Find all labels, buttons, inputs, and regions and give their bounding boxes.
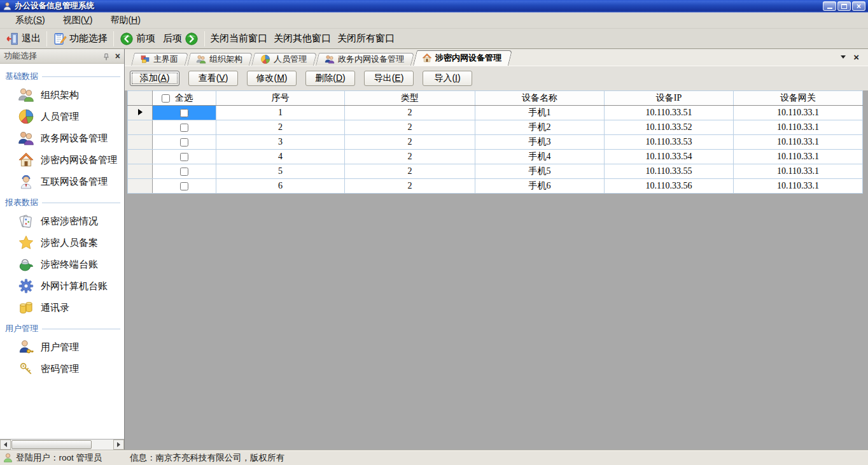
- cell[interactable]: 10.110.33.1: [734, 150, 863, 164]
- cell[interactable]: 1: [216, 106, 345, 120]
- cell[interactable]: 10.110.33.55: [605, 164, 734, 179]
- column-header-3[interactable]: 设备IP: [605, 91, 734, 106]
- sidebar-close-icon[interactable]: ×: [115, 52, 120, 61]
- tab-2[interactable]: 人员管理: [251, 53, 314, 66]
- sidebar-item[interactable]: 组织架构: [0, 84, 124, 106]
- close-other-windows-button[interactable]: 关闭其他窗口: [270, 31, 334, 46]
- select-all-header[interactable]: 全选: [153, 91, 216, 106]
- cell[interactable]: 10.110.33.1: [734, 164, 863, 179]
- cell[interactable]: 手机3: [475, 135, 605, 150]
- row-indicator-cell[interactable]: [128, 120, 153, 135]
- cell[interactable]: 10.110.33.53: [605, 135, 734, 150]
- tab-list-dropdown-icon[interactable]: [841, 55, 846, 59]
- cell[interactable]: 2: [345, 120, 475, 135]
- cell[interactable]: 10.110.33.52: [605, 120, 734, 135]
- row-checkbox[interactable]: [180, 182, 188, 190]
- row-checkbox[interactable]: [180, 124, 188, 132]
- cell[interactable]: 4: [216, 150, 345, 164]
- cell[interactable]: 手机2: [475, 120, 605, 135]
- cell[interactable]: 2: [345, 135, 475, 150]
- column-header-0[interactable]: 序号: [216, 91, 345, 106]
- sidebar-item[interactable]: 互联网设备管理: [0, 171, 124, 192]
- maximize-button[interactable]: [837, 1, 851, 11]
- row-indicator-cell[interactable]: [128, 179, 153, 194]
- cell[interactable]: 手机5: [475, 164, 605, 179]
- close-all-windows-button[interactable]: 关闭所有窗口: [334, 31, 398, 46]
- exit-button[interactable]: 退出: [1, 31, 45, 47]
- cell[interactable]: 10.110.33.51: [605, 106, 734, 120]
- close-button[interactable]: ×: [852, 1, 865, 11]
- pin-icon[interactable]: [102, 52, 110, 61]
- tab-close-icon[interactable]: ×: [853, 52, 859, 62]
- action-button-1[interactable]: 查看(V): [188, 71, 238, 86]
- select-all-checkbox[interactable]: [162, 94, 170, 103]
- column-header-2[interactable]: 设备名称: [475, 91, 605, 106]
- cell[interactable]: 10.110.33.56: [605, 179, 734, 194]
- sidebar-item[interactable]: 密码管理: [0, 358, 124, 380]
- row-select-cell[interactable]: [153, 106, 216, 120]
- function-select-button[interactable]: 功能选择: [49, 31, 111, 47]
- cell[interactable]: 2: [345, 150, 475, 164]
- cell[interactable]: 2: [345, 106, 475, 120]
- action-button-0[interactable]: 添加(A): [130, 71, 179, 86]
- menu-item-0[interactable]: 系统(S): [6, 13, 54, 28]
- column-header-4[interactable]: 设备网关: [734, 91, 863, 106]
- sidebar-item[interactable]: 外网计算机台账: [0, 275, 124, 297]
- cell[interactable]: 3: [216, 135, 345, 150]
- sidebar-item[interactable]: 人员管理: [0, 106, 124, 127]
- tab-3[interactable]: 政务内网设备管理: [316, 53, 411, 66]
- cell[interactable]: 手机6: [475, 179, 605, 194]
- menu-item-1[interactable]: 视图(V): [54, 13, 102, 28]
- action-button-4[interactable]: 导出(E): [364, 71, 414, 86]
- cell[interactable]: 5: [216, 164, 345, 179]
- sidebar-item[interactable]: 涉密人员备案: [0, 232, 124, 254]
- sidebar-item[interactable]: 涉密内网设备管理: [0, 149, 124, 171]
- menu-item-2[interactable]: 帮助(H): [101, 13, 149, 28]
- scroll-right-button[interactable]: [113, 440, 124, 450]
- next-button[interactable]: 后项: [159, 31, 202, 47]
- column-header-1[interactable]: 类型: [345, 91, 475, 106]
- cell[interactable]: 10.110.33.1: [734, 135, 863, 150]
- scrollbar-track[interactable]: [11, 440, 113, 450]
- row-checkbox[interactable]: [180, 138, 188, 147]
- row-select-cell[interactable]: [153, 135, 216, 150]
- cell[interactable]: 手机1: [475, 106, 605, 120]
- tab-4[interactable]: 涉密内网设备管理: [413, 50, 508, 66]
- sidebar-item[interactable]: 政务网设备管理: [0, 127, 124, 149]
- prev-button[interactable]: 前项: [116, 31, 159, 47]
- tab-0[interactable]: 主界面: [131, 53, 185, 66]
- minimize-button[interactable]: [823, 1, 836, 11]
- cell[interactable]: 10.110.33.54: [605, 150, 734, 164]
- row-indicator-cell[interactable]: [128, 164, 153, 179]
- cell[interactable]: 10.110.33.1: [734, 120, 863, 135]
- row-indicator-cell[interactable]: [128, 150, 153, 164]
- row-select-cell[interactable]: [153, 120, 216, 135]
- row-select-cell[interactable]: [153, 179, 216, 194]
- scroll-left-button[interactable]: [0, 440, 11, 450]
- cell[interactable]: 手机4: [475, 150, 605, 164]
- cell[interactable]: 2: [345, 179, 475, 194]
- sidebar-item[interactable]: 涉密终端台账: [0, 254, 124, 275]
- cell[interactable]: 2: [216, 120, 345, 135]
- action-button-5[interactable]: 导入(I): [423, 71, 472, 86]
- sidebar-horizontal-scrollbar[interactable]: [0, 439, 124, 450]
- row-select-cell[interactable]: [153, 150, 216, 164]
- row-indicator-cell[interactable]: [128, 135, 153, 150]
- sidebar-item[interactable]: 通讯录: [0, 297, 124, 318]
- sidebar-item[interactable]: 保密涉密情况: [0, 210, 124, 232]
- scrollbar-thumb[interactable]: [11, 440, 92, 449]
- row-checkbox[interactable]: [180, 109, 188, 117]
- action-button-3[interactable]: 删除(D): [305, 71, 355, 86]
- row-checkbox[interactable]: [180, 168, 188, 176]
- cell[interactable]: 6: [216, 179, 345, 194]
- cell[interactable]: 10.110.33.1: [734, 179, 863, 194]
- action-button-2[interactable]: 修改(M): [247, 71, 297, 86]
- sidebar-item[interactable]: 用户管理: [0, 336, 124, 358]
- row-indicator-cell[interactable]: [128, 106, 153, 120]
- row-checkbox[interactable]: [180, 153, 188, 161]
- cell[interactable]: 2: [345, 164, 475, 179]
- cell[interactable]: 10.110.33.1: [734, 106, 863, 120]
- row-select-cell[interactable]: [153, 164, 216, 179]
- close-current-window-button[interactable]: 关闭当前窗口: [207, 31, 270, 46]
- tab-1[interactable]: 组织架构: [187, 53, 249, 66]
